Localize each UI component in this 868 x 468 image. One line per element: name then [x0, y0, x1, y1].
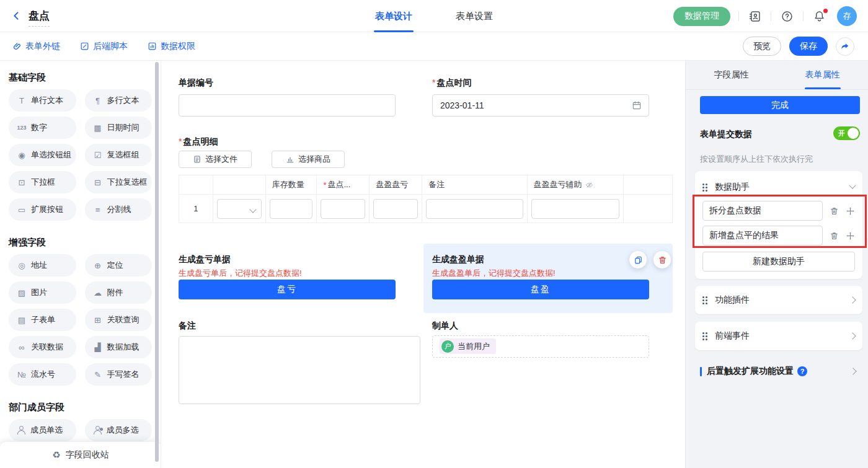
section-basic-fields: 基础字段	[9, 72, 152, 83]
trash-icon	[658, 255, 667, 265]
sidebar-field-checkbox-group[interactable]: ☑复选框组	[85, 144, 153, 166]
loss-button[interactable]: 盘亏	[179, 280, 396, 299]
sidebar-field-serial-number[interactable]: №流水号	[9, 363, 76, 386]
backend-script-action[interactable]: 后端脚本	[80, 41, 128, 52]
frontend-event-card: 前端事件	[695, 322, 862, 350]
copy-icon	[634, 255, 643, 265]
form-canvas[interactable]: 单据编号 盘点时间 2023-01-11 盘点明细 选择文件 选择商品 库存数量…	[161, 61, 685, 468]
save-button[interactable]: 保存	[789, 37, 828, 56]
sidebar-field-data-load[interactable]: ▟数据加载	[85, 336, 153, 358]
data-permission-action[interactable]: 数据权限	[148, 41, 195, 52]
drag-handle-icon[interactable]	[702, 332, 707, 340]
help-question-icon[interactable]: ?	[797, 366, 807, 376]
chevron-right-icon[interactable]	[849, 368, 856, 374]
submit-data-toggle[interactable]: 开	[833, 126, 860, 140]
sidebar-field-address[interactable]: ◎地址	[9, 254, 76, 276]
done-button[interactable]: 完成	[700, 96, 860, 114]
tab-form-design[interactable]: 表单设计	[375, 0, 412, 32]
new-data-helper-button[interactable]: 新建数据助手	[702, 252, 855, 272]
sidebar-field-image[interactable]: ▨图片	[9, 281, 76, 304]
sidebar-field-multi-line-text[interactable]: ¶多行文本	[85, 89, 153, 112]
plugin-header[interactable]: 功能插件	[702, 291, 855, 309]
move-icon[interactable]	[846, 206, 855, 216]
sidebar-field-member-multi[interactable]: 成员多选	[85, 419, 153, 441]
share-button[interactable]	[836, 37, 854, 56]
move-icon[interactable]	[846, 231, 855, 241]
helper-item-input[interactable]: 拆分盘点数据	[702, 201, 823, 221]
chevron-down-icon[interactable]	[849, 182, 856, 189]
sidebar-field-number[interactable]: 123数字	[9, 117, 76, 139]
choose-file-button[interactable]: 选择文件	[179, 151, 252, 168]
sidebar-field-subform[interactable]: ▤子表单	[9, 309, 76, 331]
sidebar-field-linked-data[interactable]: ∞关联数据	[9, 336, 76, 358]
sidebar-field-member-single[interactable]: 成员单选	[9, 419, 76, 441]
trash-icon[interactable]	[830, 206, 839, 216]
copy-field-button[interactable]	[629, 251, 647, 268]
select-icon: ⊡	[17, 179, 27, 187]
product-select[interactable]	[217, 199, 262, 219]
doc-no-input[interactable]	[179, 94, 396, 117]
avatar[interactable]: 存	[837, 6, 857, 26]
calendar-icon: ▦	[93, 124, 103, 132]
tab-form-props[interactable]: 表单属性	[777, 61, 868, 89]
external-link-action[interactable]: 表单外链	[12, 41, 60, 52]
drag-handle-icon[interactable]	[702, 183, 707, 192]
detail-table: 库存数量 盘点... 盘盈盘亏 备注 盘盈盘亏辅助 1	[179, 175, 673, 223]
remark-input[interactable]	[426, 199, 523, 219]
profit-loss-input[interactable]	[373, 199, 418, 219]
check-qty-input[interactable]	[321, 199, 365, 219]
remark-textarea[interactable]	[179, 336, 420, 404]
divider	[803, 11, 804, 21]
sidebar-field-select[interactable]: ⊡下拉框	[9, 171, 76, 193]
sidebar-field-extend-button[interactable]: ▭扩展按钮	[9, 198, 76, 221]
contact-book-icon[interactable]	[747, 9, 763, 24]
chevron-right-icon[interactable]	[849, 296, 856, 303]
delete-field-button[interactable]	[653, 251, 671, 268]
post-trigger-section[interactable]: 后置触发扩展功能设置 ?	[700, 366, 856, 377]
col-check-qty: 盘点...	[317, 175, 370, 194]
sidebar-field-location[interactable]: ⊕定位	[85, 254, 153, 276]
help-icon[interactable]	[779, 9, 795, 24]
col-aux: 盘盈盘亏辅助	[528, 175, 624, 194]
field-recycle-bin[interactable]: ♻ 字段回收站	[0, 442, 161, 468]
empty-cell	[624, 195, 672, 223]
link-icon	[12, 42, 22, 51]
sidebar-field-single-line-text[interactable]: T单行文本	[9, 89, 76, 112]
lookup-query-icon: ⊞	[93, 316, 103, 324]
aux-input[interactable]	[531, 199, 620, 219]
tab-field-props[interactable]: 字段属性	[686, 61, 777, 89]
helper-item-input[interactable]: 新增盘点平的结果	[702, 226, 823, 245]
user-circle-icon: 户	[441, 340, 454, 353]
col-empty	[624, 175, 672, 194]
choose-product-button[interactable]: 选择商品	[272, 151, 345, 168]
tab-form-settings[interactable]: 表单设置	[456, 0, 493, 32]
sidebar-scrollbar[interactable]	[155, 62, 159, 462]
gain-button[interactable]: 盘盈	[432, 280, 649, 299]
frontend-event-header[interactable]: 前端事件	[702, 327, 855, 345]
sidebar-field-datetime[interactable]: ▦日期时间	[85, 117, 153, 139]
gain-label: 生成盘盈单据	[432, 254, 484, 265]
preview-button[interactable]: 预览	[743, 37, 781, 56]
current-user-tag[interactable]: 户 当前用户	[440, 338, 496, 354]
sidebar-field-divider[interactable]: ≡分割线	[85, 198, 153, 221]
page-title[interactable]: 盘点	[29, 9, 50, 27]
data-manage-button[interactable]: 数据管理	[673, 7, 730, 26]
stock-qty-input[interactable]	[270, 199, 313, 219]
back-icon[interactable]	[11, 10, 22, 22]
checkbox-icon: ☑	[93, 151, 103, 159]
divider	[738, 11, 739, 21]
top-header: 盘点 表单设计 表单设置 数据管理 存	[0, 0, 868, 32]
chevron-right-icon[interactable]	[849, 332, 856, 339]
person-icon	[17, 426, 26, 435]
sidebar-field-lookup-query[interactable]: ⊞关联查询	[85, 309, 153, 331]
sidebar-field-multi-select[interactable]: ⊟下拉复选框	[85, 171, 153, 193]
data-helper-header[interactable]: 数据助手	[702, 179, 855, 196]
check-time-input[interactable]: 2023-01-11	[432, 94, 649, 117]
sidebar-field-attachment[interactable]: ☁附件	[85, 281, 153, 304]
sidebar-field-signature[interactable]: ✎手写签名	[85, 363, 153, 386]
radio-icon: ◉	[17, 151, 27, 159]
notification-bell-icon[interactable]	[812, 9, 827, 24]
trash-icon[interactable]	[830, 231, 839, 241]
drag-handle-icon[interactable]	[702, 296, 707, 304]
sidebar-field-radio-group[interactable]: ◉单选按钮组	[9, 144, 76, 166]
